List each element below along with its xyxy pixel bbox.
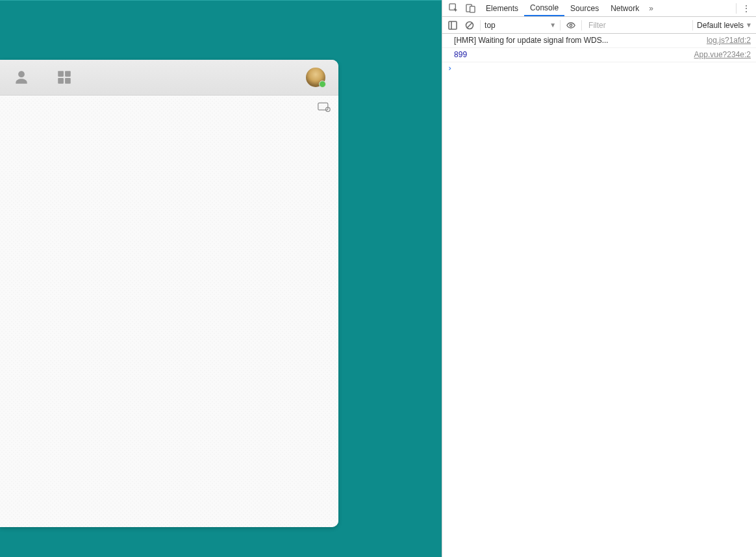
console-log-source[interactable]: App.vue?234e:2 (694, 49, 751, 60)
console-sidebar-toggle-icon[interactable] (446, 19, 459, 32)
toggle-device-icon[interactable] (463, 1, 477, 16)
console-filter-input[interactable] (586, 19, 688, 31)
grid-icon[interactable] (56, 69, 73, 86)
svg-rect-9 (449, 21, 457, 29)
person-icon[interactable] (13, 69, 30, 86)
live-expression-icon[interactable] (564, 19, 577, 32)
console-toolbar: top ▼ Default levels ▼ (442, 17, 756, 34)
tab-elements[interactable]: Elements (480, 0, 524, 16)
devtools-menu-icon[interactable]: ⋮ (740, 3, 752, 14)
inspect-element-icon[interactable] (446, 1, 460, 16)
execution-context-select[interactable]: top ▼ (485, 21, 556, 30)
execution-context-label: top (485, 21, 496, 30)
app-card (0, 60, 338, 527)
console-log-source[interactable]: log.js?1afd:2 (707, 35, 751, 46)
presence-indicator (319, 81, 326, 88)
devtools-tabbar: Elements Console Sources Network » ⋮ (442, 0, 756, 17)
log-levels-select[interactable]: Default levels ▼ (697, 21, 752, 30)
app-body (0, 96, 338, 527)
tab-console[interactable]: Console (524, 0, 564, 16)
console-prompt[interactable]: › (442, 62, 756, 74)
console-log-row: 899 App.vue?234e:2 (442, 48, 756, 62)
svg-point-13 (570, 24, 572, 27)
svg-rect-1 (65, 71, 71, 77)
device-icon[interactable] (318, 102, 331, 112)
chevron-down-icon: ▼ (746, 21, 752, 29)
tab-sources[interactable]: Sources (564, 0, 605, 16)
svg-rect-4 (318, 103, 328, 110)
app-viewport (0, 0, 442, 557)
app-header (0, 60, 338, 96)
chevron-down-icon: ▼ (549, 21, 556, 29)
svg-rect-2 (58, 78, 64, 84)
svg-line-12 (467, 23, 472, 28)
log-levels-label: Default levels (697, 21, 744, 30)
svg-rect-8 (470, 6, 475, 12)
console-log-message: [HMR] Waiting for update signal from WDS… (454, 35, 699, 46)
user-avatar[interactable] (306, 68, 325, 87)
devtools-panel: Elements Console Sources Network » ⋮ top… (442, 0, 756, 557)
tab-network[interactable]: Network (605, 0, 645, 16)
console-log-message: 899 (454, 49, 687, 60)
console-output: [HMR] Waiting for update signal from WDS… (442, 34, 756, 557)
more-tabs-icon[interactable]: » (645, 4, 657, 13)
console-log-row: [HMR] Waiting for update signal from WDS… (442, 34, 756, 48)
svg-rect-0 (58, 71, 64, 77)
svg-rect-3 (65, 78, 71, 84)
clear-console-icon[interactable] (463, 19, 476, 32)
